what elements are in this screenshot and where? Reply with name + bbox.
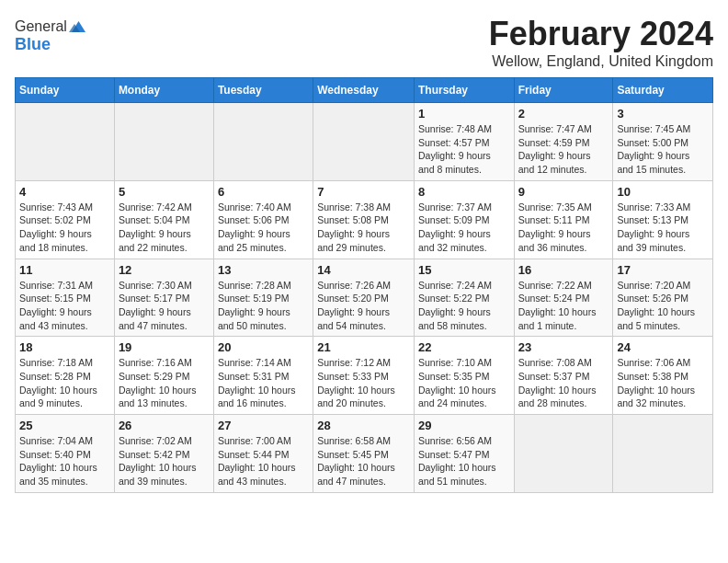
table-cell: 12Sunrise: 7:30 AM Sunset: 5:17 PM Dayli… bbox=[114, 259, 213, 337]
table-cell: 4Sunrise: 7:43 AM Sunset: 5:02 PM Daylig… bbox=[16, 180, 115, 259]
logo-icon bbox=[69, 18, 85, 35]
day-info: Sunrise: 7:38 AM Sunset: 5:08 PM Dayligh… bbox=[317, 201, 410, 255]
day-info: Sunrise: 7:43 AM Sunset: 5:02 PM Dayligh… bbox=[19, 201, 110, 255]
day-info: Sunrise: 7:33 AM Sunset: 5:13 PM Dayligh… bbox=[617, 201, 709, 255]
day-number: 19 bbox=[119, 340, 210, 354]
day-number: 1 bbox=[418, 107, 510, 121]
week-row-1: 1Sunrise: 7:48 AM Sunset: 4:57 PM Daylig… bbox=[16, 103, 713, 181]
day-number: 26 bbox=[119, 419, 210, 432]
table-cell: 21Sunrise: 7:12 AM Sunset: 5:33 PM Dayli… bbox=[313, 337, 415, 415]
logo: General Blue bbox=[15, 18, 85, 54]
header-saturday: Saturday bbox=[613, 78, 713, 103]
day-number: 27 bbox=[218, 419, 309, 432]
day-number: 18 bbox=[19, 340, 110, 354]
day-info: Sunrise: 7:24 AM Sunset: 5:22 PM Dayligh… bbox=[418, 279, 510, 333]
day-number: 4 bbox=[19, 185, 110, 199]
day-info: Sunrise: 7:40 AM Sunset: 5:06 PM Dayligh… bbox=[218, 201, 309, 255]
calendar-table: Sunday Monday Tuesday Wednesday Thursday… bbox=[15, 77, 713, 493]
day-number: 3 bbox=[617, 107, 709, 121]
day-info: Sunrise: 7:31 AM Sunset: 5:15 PM Dayligh… bbox=[19, 279, 110, 333]
title-area: February 2024 Wellow, England, United Ki… bbox=[489, 15, 713, 70]
table-cell: 6Sunrise: 7:40 AM Sunset: 5:06 PM Daylig… bbox=[213, 180, 313, 259]
table-cell: 3Sunrise: 7:45 AM Sunset: 5:00 PM Daylig… bbox=[613, 103, 713, 181]
logo-blue-text: Blue bbox=[15, 35, 85, 54]
header-sunday: Sunday bbox=[16, 78, 115, 103]
day-number: 15 bbox=[418, 263, 510, 277]
header: General Blue February 2024 Wellow, Engla… bbox=[15, 15, 713, 70]
day-number: 13 bbox=[218, 263, 309, 277]
day-info: Sunrise: 7:37 AM Sunset: 5:09 PM Dayligh… bbox=[418, 201, 510, 255]
header-monday: Monday bbox=[114, 78, 213, 103]
day-info: Sunrise: 7:00 AM Sunset: 5:44 PM Dayligh… bbox=[218, 434, 309, 488]
table-cell: 14Sunrise: 7:26 AM Sunset: 5:20 PM Dayli… bbox=[313, 259, 415, 337]
table-cell bbox=[16, 103, 115, 181]
day-info: Sunrise: 7:16 AM Sunset: 5:29 PM Dayligh… bbox=[119, 356, 210, 410]
day-number: 8 bbox=[418, 185, 510, 199]
table-cell bbox=[613, 415, 713, 493]
location-subtitle: Wellow, England, United Kingdom bbox=[489, 53, 713, 70]
logo-general-text: General bbox=[15, 18, 67, 35]
header-thursday: Thursday bbox=[414, 78, 514, 103]
day-info: Sunrise: 7:30 AM Sunset: 5:17 PM Dayligh… bbox=[119, 279, 210, 333]
day-number: 14 bbox=[317, 263, 410, 277]
day-number: 6 bbox=[218, 185, 309, 199]
day-info: Sunrise: 6:56 AM Sunset: 5:47 PM Dayligh… bbox=[418, 434, 510, 488]
day-number: 29 bbox=[418, 419, 510, 432]
day-number: 21 bbox=[317, 340, 410, 354]
table-cell bbox=[514, 415, 613, 493]
day-number: 28 bbox=[317, 419, 410, 432]
weekday-header-row: Sunday Monday Tuesday Wednesday Thursday… bbox=[16, 78, 713, 103]
day-info: Sunrise: 7:12 AM Sunset: 5:33 PM Dayligh… bbox=[317, 356, 410, 410]
day-number: 24 bbox=[617, 340, 709, 354]
day-number: 7 bbox=[317, 185, 410, 199]
day-info: Sunrise: 7:28 AM Sunset: 5:19 PM Dayligh… bbox=[218, 279, 309, 333]
day-info: Sunrise: 7:04 AM Sunset: 5:40 PM Dayligh… bbox=[19, 434, 110, 488]
header-friday: Friday bbox=[514, 78, 613, 103]
week-row-4: 18Sunrise: 7:18 AM Sunset: 5:28 PM Dayli… bbox=[16, 337, 713, 415]
day-info: Sunrise: 7:06 AM Sunset: 5:38 PM Dayligh… bbox=[617, 356, 709, 410]
table-cell: 16Sunrise: 7:22 AM Sunset: 5:24 PM Dayli… bbox=[514, 259, 613, 337]
table-cell bbox=[313, 103, 415, 181]
day-info: Sunrise: 7:02 AM Sunset: 5:42 PM Dayligh… bbox=[119, 434, 210, 488]
header-tuesday: Tuesday bbox=[213, 78, 313, 103]
day-number: 2 bbox=[518, 107, 609, 121]
week-row-2: 4Sunrise: 7:43 AM Sunset: 5:02 PM Daylig… bbox=[16, 180, 713, 259]
table-cell bbox=[213, 103, 313, 181]
table-cell: 25Sunrise: 7:04 AM Sunset: 5:40 PM Dayli… bbox=[16, 415, 115, 493]
day-info: Sunrise: 6:58 AM Sunset: 5:45 PM Dayligh… bbox=[317, 434, 410, 488]
day-number: 5 bbox=[119, 185, 210, 199]
table-cell: 18Sunrise: 7:18 AM Sunset: 5:28 PM Dayli… bbox=[16, 337, 115, 415]
table-cell: 13Sunrise: 7:28 AM Sunset: 5:19 PM Dayli… bbox=[213, 259, 313, 337]
table-cell: 5Sunrise: 7:42 AM Sunset: 5:04 PM Daylig… bbox=[114, 180, 213, 259]
day-info: Sunrise: 7:18 AM Sunset: 5:28 PM Dayligh… bbox=[19, 356, 110, 410]
table-cell: 17Sunrise: 7:20 AM Sunset: 5:26 PM Dayli… bbox=[613, 259, 713, 337]
day-info: Sunrise: 7:35 AM Sunset: 5:11 PM Dayligh… bbox=[518, 201, 609, 255]
day-info: Sunrise: 7:45 AM Sunset: 5:00 PM Dayligh… bbox=[617, 122, 709, 177]
week-row-3: 11Sunrise: 7:31 AM Sunset: 5:15 PM Dayli… bbox=[16, 259, 713, 337]
table-cell: 29Sunrise: 6:56 AM Sunset: 5:47 PM Dayli… bbox=[414, 415, 514, 493]
month-year-title: February 2024 bbox=[489, 15, 713, 53]
day-info: Sunrise: 7:47 AM Sunset: 4:59 PM Dayligh… bbox=[518, 122, 609, 177]
day-info: Sunrise: 7:20 AM Sunset: 5:26 PM Dayligh… bbox=[617, 279, 709, 333]
day-number: 22 bbox=[418, 340, 510, 354]
table-cell: 26Sunrise: 7:02 AM Sunset: 5:42 PM Dayli… bbox=[114, 415, 213, 493]
week-row-5: 25Sunrise: 7:04 AM Sunset: 5:40 PM Dayli… bbox=[16, 415, 713, 493]
day-info: Sunrise: 7:42 AM Sunset: 5:04 PM Dayligh… bbox=[119, 201, 210, 255]
day-info: Sunrise: 7:48 AM Sunset: 4:57 PM Dayligh… bbox=[418, 122, 510, 177]
day-number: 10 bbox=[617, 185, 709, 199]
table-cell: 27Sunrise: 7:00 AM Sunset: 5:44 PM Dayli… bbox=[213, 415, 313, 493]
table-cell: 19Sunrise: 7:16 AM Sunset: 5:29 PM Dayli… bbox=[114, 337, 213, 415]
day-info: Sunrise: 7:10 AM Sunset: 5:35 PM Dayligh… bbox=[418, 356, 510, 410]
table-cell: 20Sunrise: 7:14 AM Sunset: 5:31 PM Dayli… bbox=[213, 337, 313, 415]
table-cell: 1Sunrise: 7:48 AM Sunset: 4:57 PM Daylig… bbox=[414, 103, 514, 181]
day-number: 25 bbox=[19, 419, 110, 432]
table-cell: 23Sunrise: 7:08 AM Sunset: 5:37 PM Dayli… bbox=[514, 337, 613, 415]
table-cell: 2Sunrise: 7:47 AM Sunset: 4:59 PM Daylig… bbox=[514, 103, 613, 181]
table-cell: 11Sunrise: 7:31 AM Sunset: 5:15 PM Dayli… bbox=[16, 259, 115, 337]
day-number: 11 bbox=[19, 263, 110, 277]
table-cell bbox=[114, 103, 213, 181]
table-cell: 10Sunrise: 7:33 AM Sunset: 5:13 PM Dayli… bbox=[613, 180, 713, 259]
day-number: 23 bbox=[518, 340, 609, 354]
day-number: 17 bbox=[617, 263, 709, 277]
day-number: 16 bbox=[518, 263, 609, 277]
